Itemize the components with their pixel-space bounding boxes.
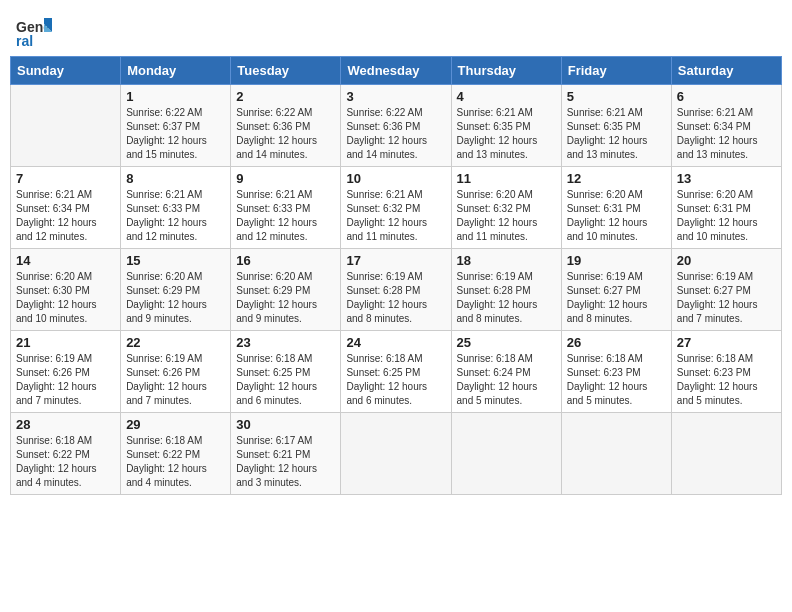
day-number: 5 (567, 89, 666, 104)
day-info: Sunrise: 6:19 AMSunset: 6:28 PMDaylight:… (346, 270, 445, 326)
day-number: 21 (16, 335, 115, 350)
svg-text:ral: ral (16, 33, 33, 48)
weekday-header-row: SundayMondayTuesdayWednesdayThursdayFrid… (11, 57, 782, 85)
calendar-cell (451, 413, 561, 495)
day-number: 30 (236, 417, 335, 432)
page-header: Gene ral (10, 10, 782, 48)
day-info: Sunrise: 6:18 AMSunset: 6:25 PMDaylight:… (236, 352, 335, 408)
day-info: Sunrise: 6:19 AMSunset: 6:28 PMDaylight:… (457, 270, 556, 326)
day-info: Sunrise: 6:17 AMSunset: 6:21 PMDaylight:… (236, 434, 335, 490)
calendar-cell: 4Sunrise: 6:21 AMSunset: 6:35 PMDaylight… (451, 85, 561, 167)
weekday-header-wednesday: Wednesday (341, 57, 451, 85)
day-number: 17 (346, 253, 445, 268)
calendar-cell: 1Sunrise: 6:22 AMSunset: 6:37 PMDaylight… (121, 85, 231, 167)
day-info: Sunrise: 6:18 AMSunset: 6:22 PMDaylight:… (126, 434, 225, 490)
day-number: 15 (126, 253, 225, 268)
calendar-cell (11, 85, 121, 167)
calendar-cell: 17Sunrise: 6:19 AMSunset: 6:28 PMDayligh… (341, 249, 451, 331)
weekday-header-tuesday: Tuesday (231, 57, 341, 85)
calendar-cell: 24Sunrise: 6:18 AMSunset: 6:25 PMDayligh… (341, 331, 451, 413)
calendar-cell: 23Sunrise: 6:18 AMSunset: 6:25 PMDayligh… (231, 331, 341, 413)
calendar-cell: 5Sunrise: 6:21 AMSunset: 6:35 PMDaylight… (561, 85, 671, 167)
day-info: Sunrise: 6:21 AMSunset: 6:34 PMDaylight:… (677, 106, 776, 162)
day-info: Sunrise: 6:18 AMSunset: 6:24 PMDaylight:… (457, 352, 556, 408)
day-number: 27 (677, 335, 776, 350)
calendar-cell (561, 413, 671, 495)
day-number: 11 (457, 171, 556, 186)
calendar-cell: 8Sunrise: 6:21 AMSunset: 6:33 PMDaylight… (121, 167, 231, 249)
day-number: 22 (126, 335, 225, 350)
calendar-cell: 28Sunrise: 6:18 AMSunset: 6:22 PMDayligh… (11, 413, 121, 495)
day-number: 4 (457, 89, 556, 104)
day-info: Sunrise: 6:18 AMSunset: 6:23 PMDaylight:… (567, 352, 666, 408)
day-info: Sunrise: 6:19 AMSunset: 6:27 PMDaylight:… (567, 270, 666, 326)
day-number: 1 (126, 89, 225, 104)
calendar-cell: 21Sunrise: 6:19 AMSunset: 6:26 PMDayligh… (11, 331, 121, 413)
day-number: 24 (346, 335, 445, 350)
week-row-5: 28Sunrise: 6:18 AMSunset: 6:22 PMDayligh… (11, 413, 782, 495)
calendar-cell: 30Sunrise: 6:17 AMSunset: 6:21 PMDayligh… (231, 413, 341, 495)
calendar-cell: 15Sunrise: 6:20 AMSunset: 6:29 PMDayligh… (121, 249, 231, 331)
calendar-cell: 12Sunrise: 6:20 AMSunset: 6:31 PMDayligh… (561, 167, 671, 249)
day-info: Sunrise: 6:21 AMSunset: 6:33 PMDaylight:… (236, 188, 335, 244)
calendar-cell: 20Sunrise: 6:19 AMSunset: 6:27 PMDayligh… (671, 249, 781, 331)
day-info: Sunrise: 6:20 AMSunset: 6:31 PMDaylight:… (567, 188, 666, 244)
calendar-table: SundayMondayTuesdayWednesdayThursdayFrid… (10, 56, 782, 495)
week-row-4: 21Sunrise: 6:19 AMSunset: 6:26 PMDayligh… (11, 331, 782, 413)
calendar-cell: 19Sunrise: 6:19 AMSunset: 6:27 PMDayligh… (561, 249, 671, 331)
weekday-header-thursday: Thursday (451, 57, 561, 85)
day-number: 12 (567, 171, 666, 186)
day-number: 23 (236, 335, 335, 350)
day-number: 3 (346, 89, 445, 104)
day-info: Sunrise: 6:20 AMSunset: 6:32 PMDaylight:… (457, 188, 556, 244)
week-row-1: 1Sunrise: 6:22 AMSunset: 6:37 PMDaylight… (11, 85, 782, 167)
day-info: Sunrise: 6:22 AMSunset: 6:36 PMDaylight:… (236, 106, 335, 162)
calendar-cell: 3Sunrise: 6:22 AMSunset: 6:36 PMDaylight… (341, 85, 451, 167)
calendar-cell: 16Sunrise: 6:20 AMSunset: 6:29 PMDayligh… (231, 249, 341, 331)
day-number: 6 (677, 89, 776, 104)
day-info: Sunrise: 6:22 AMSunset: 6:36 PMDaylight:… (346, 106, 445, 162)
week-row-2: 7Sunrise: 6:21 AMSunset: 6:34 PMDaylight… (11, 167, 782, 249)
calendar-cell: 2Sunrise: 6:22 AMSunset: 6:36 PMDaylight… (231, 85, 341, 167)
day-info: Sunrise: 6:19 AMSunset: 6:27 PMDaylight:… (677, 270, 776, 326)
calendar-cell: 14Sunrise: 6:20 AMSunset: 6:30 PMDayligh… (11, 249, 121, 331)
calendar-cell: 26Sunrise: 6:18 AMSunset: 6:23 PMDayligh… (561, 331, 671, 413)
day-info: Sunrise: 6:18 AMSunset: 6:22 PMDaylight:… (16, 434, 115, 490)
weekday-header-friday: Friday (561, 57, 671, 85)
weekday-header-saturday: Saturday (671, 57, 781, 85)
calendar-cell: 29Sunrise: 6:18 AMSunset: 6:22 PMDayligh… (121, 413, 231, 495)
day-number: 13 (677, 171, 776, 186)
calendar-cell: 7Sunrise: 6:21 AMSunset: 6:34 PMDaylight… (11, 167, 121, 249)
weekday-header-monday: Monday (121, 57, 231, 85)
calendar-cell: 25Sunrise: 6:18 AMSunset: 6:24 PMDayligh… (451, 331, 561, 413)
day-info: Sunrise: 6:21 AMSunset: 6:33 PMDaylight:… (126, 188, 225, 244)
day-info: Sunrise: 6:21 AMSunset: 6:35 PMDaylight:… (567, 106, 666, 162)
day-info: Sunrise: 6:20 AMSunset: 6:29 PMDaylight:… (126, 270, 225, 326)
calendar-cell (671, 413, 781, 495)
calendar-cell (341, 413, 451, 495)
day-info: Sunrise: 6:21 AMSunset: 6:32 PMDaylight:… (346, 188, 445, 244)
day-number: 16 (236, 253, 335, 268)
day-info: Sunrise: 6:20 AMSunset: 6:29 PMDaylight:… (236, 270, 335, 326)
day-info: Sunrise: 6:21 AMSunset: 6:34 PMDaylight:… (16, 188, 115, 244)
calendar-cell: 10Sunrise: 6:21 AMSunset: 6:32 PMDayligh… (341, 167, 451, 249)
calendar-cell: 6Sunrise: 6:21 AMSunset: 6:34 PMDaylight… (671, 85, 781, 167)
calendar-cell: 11Sunrise: 6:20 AMSunset: 6:32 PMDayligh… (451, 167, 561, 249)
day-number: 8 (126, 171, 225, 186)
calendar-cell: 22Sunrise: 6:19 AMSunset: 6:26 PMDayligh… (121, 331, 231, 413)
day-number: 20 (677, 253, 776, 268)
day-number: 18 (457, 253, 556, 268)
day-number: 9 (236, 171, 335, 186)
day-info: Sunrise: 6:18 AMSunset: 6:25 PMDaylight:… (346, 352, 445, 408)
day-info: Sunrise: 6:20 AMSunset: 6:30 PMDaylight:… (16, 270, 115, 326)
calendar-cell: 9Sunrise: 6:21 AMSunset: 6:33 PMDaylight… (231, 167, 341, 249)
day-number: 19 (567, 253, 666, 268)
day-number: 7 (16, 171, 115, 186)
day-info: Sunrise: 6:22 AMSunset: 6:37 PMDaylight:… (126, 106, 225, 162)
calendar-cell: 13Sunrise: 6:20 AMSunset: 6:31 PMDayligh… (671, 167, 781, 249)
day-number: 10 (346, 171, 445, 186)
day-info: Sunrise: 6:21 AMSunset: 6:35 PMDaylight:… (457, 106, 556, 162)
calendar-cell: 27Sunrise: 6:18 AMSunset: 6:23 PMDayligh… (671, 331, 781, 413)
day-number: 14 (16, 253, 115, 268)
logo: Gene ral (14, 10, 52, 48)
